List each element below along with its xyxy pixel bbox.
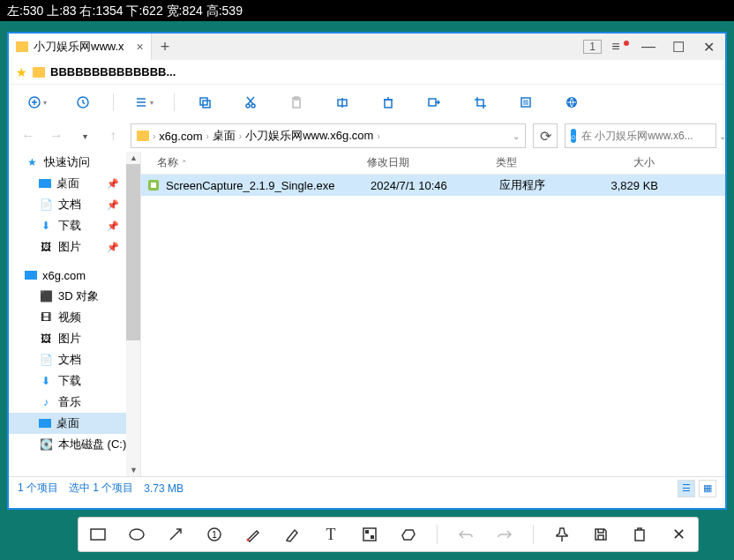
sidebar-disk-c[interactable]: 💽本地磁盘 (C:) [9, 434, 140, 455]
recent-button[interactable]: ▾ [74, 125, 95, 146]
minimize-button[interactable]: — [635, 36, 662, 57]
annotation-toolbar: 1 T ✕ [78, 517, 699, 552]
close-tool[interactable]: ✕ [668, 524, 689, 545]
tab-title: 小刀娱乐网www.x [34, 39, 124, 55]
col-size[interactable]: 大小 [598, 155, 669, 170]
number-tool[interactable]: 1 [204, 524, 225, 545]
list-button[interactable]: ▾ [128, 90, 160, 115]
sidebar-pictures[interactable]: 🖼图片📌 [9, 236, 140, 258]
view-details-button[interactable]: ☰ [678, 480, 695, 497]
svg-point-19 [247, 539, 250, 541]
copy-button[interactable] [189, 90, 221, 115]
pin-icon: 📌 [107, 220, 119, 232]
exe-icon [146, 178, 161, 192]
col-date[interactable]: 修改日期 [367, 155, 496, 170]
highlighter-tool[interactable] [281, 524, 303, 545]
properties-button[interactable] [510, 90, 542, 115]
sidebar-documents-2[interactable]: 📄文档 [9, 349, 140, 370]
search-box[interactable]: ⌕ ⌄ [565, 123, 716, 148]
breadcrumb-1[interactable]: x6g.com [159, 130, 202, 143]
sidebar-desktop[interactable]: 桌面📌 [9, 173, 140, 194]
delete-button[interactable] [372, 90, 404, 115]
pin-icon: 📌 [107, 242, 119, 253]
sidebar-pictures-2[interactable]: 🖼图片 [9, 328, 140, 349]
sidebar-music[interactable]: ♪音乐 [9, 392, 140, 413]
folder-icon [16, 41, 28, 52]
svg-rect-15 [91, 529, 105, 540]
breadcrumb-3[interactable]: 小刀娱乐网www.x6g.com [245, 128, 373, 144]
status-size: 3.73 MB [144, 482, 184, 495]
new-tab-button[interactable]: + [152, 38, 179, 56]
explorer-window: 小刀娱乐网www.x × + 1 ≡ — ☐ ✕ ★ BBBBBBBBBBBBB… [7, 32, 727, 510]
folder-icon [137, 131, 149, 141]
mosaic-tool[interactable] [359, 524, 380, 545]
tab-close-button[interactable]: × [137, 40, 144, 54]
sidebar-desktop-2[interactable]: 桌面 [9, 413, 140, 434]
file-name: ScreenCapture_2.1.9_Single.exe [166, 179, 371, 192]
bookmark-item[interactable]: BBBBBBBBBBBBBB... [50, 65, 176, 78]
refresh-button[interactable]: ⟳ [533, 123, 558, 148]
crop-button[interactable] [464, 90, 496, 115]
scroll-thumb[interactable] [126, 164, 140, 340]
sidebar-documents[interactable]: 📄文档📌 [9, 194, 140, 215]
status-selected: 选中 1 个项目 [69, 481, 133, 496]
sidebar-3d-objects[interactable]: ⬛3D 对象 [9, 286, 140, 307]
svg-rect-21 [365, 530, 369, 534]
paste-button[interactable] [281, 90, 312, 115]
cut-button[interactable] [235, 90, 266, 115]
svg-rect-23 [635, 530, 644, 541]
back-button[interactable]: ← [18, 125, 39, 146]
scroll-up-icon[interactable]: ▲ [130, 153, 138, 162]
address-bar[interactable]: › x6g.com › 桌面 › 小刀娱乐网www.x6g.com › ⌄ [131, 123, 526, 148]
scroll-down-icon[interactable]: ▼ [130, 466, 138, 474]
scrollbar[interactable]: ▲ ▼ [126, 152, 140, 476]
web-button[interactable] [556, 90, 588, 115]
rect-tool[interactable] [87, 524, 109, 545]
sidebar-downloads-2[interactable]: ⬇下载 [9, 370, 140, 392]
text-tool[interactable]: T [320, 524, 341, 545]
close-button[interactable]: ✕ [695, 36, 722, 57]
star-icon[interactable]: ★ [16, 65, 27, 79]
address-dropdown[interactable]: ⌄ [513, 131, 520, 141]
chevron-right-icon: › [206, 131, 208, 141]
breadcrumb-2[interactable]: 桌面 [213, 128, 236, 144]
file-row[interactable]: ScreenCapture_2.1.9_Single.exe 2024/7/1 … [141, 175, 725, 196]
status-items: 1 个项目 [18, 481, 58, 496]
tab-count-badge: 1 [583, 40, 602, 54]
move-button[interactable] [418, 90, 450, 115]
col-type[interactable]: 类型 [496, 155, 598, 170]
file-list: 名称 ⌃ 修改日期 类型 大小 ScreenCapture_2.1.9_Sing… [141, 152, 725, 476]
save-button[interactable] [590, 524, 611, 545]
ellipse-tool[interactable] [126, 524, 147, 545]
maximize-button[interactable]: ☐ [665, 36, 692, 57]
sidebar-quick-access[interactable]: ★快速访问 [9, 152, 140, 173]
sidebar-downloads[interactable]: ⬇下载📌 [9, 215, 140, 236]
menu-button[interactable]: ≡ [605, 36, 632, 57]
arrow-tool[interactable] [165, 524, 186, 545]
copy-button[interactable] [629, 524, 650, 545]
pin-button[interactable] [551, 524, 573, 545]
rename-button[interactable] [326, 90, 358, 115]
up-button[interactable]: ↑ [102, 125, 124, 146]
view-icons-button[interactable]: ▦ [699, 480, 716, 497]
col-name[interactable]: 名称 ⌃ [141, 155, 367, 170]
redo-button[interactable] [494, 524, 515, 545]
history-button[interactable] [67, 90, 99, 115]
forward-button[interactable]: → [46, 125, 67, 146]
svg-point-16 [130, 529, 144, 540]
search-input[interactable] [581, 130, 714, 142]
svg-rect-3 [203, 101, 210, 108]
sidebar-videos[interactable]: 🎞视频 [9, 307, 140, 328]
file-date: 2024/7/1 10:46 [371, 179, 499, 192]
eraser-tool[interactable] [398, 524, 419, 545]
svg-point-5 [251, 104, 255, 108]
pen-tool[interactable] [243, 524, 264, 545]
svg-rect-14 [151, 183, 156, 188]
tab-active[interactable]: 小刀娱乐网www.x × [9, 34, 152, 60]
sidebar-this-pc[interactable]: x6g.com [9, 265, 140, 286]
search-dropdown[interactable]: ⌄ [719, 131, 726, 141]
new-item-button[interactable]: ▾ [21, 90, 53, 115]
pin-icon: 📌 [107, 178, 119, 190]
undo-button[interactable] [455, 524, 476, 545]
file-type: 应用程序 [499, 177, 602, 193]
